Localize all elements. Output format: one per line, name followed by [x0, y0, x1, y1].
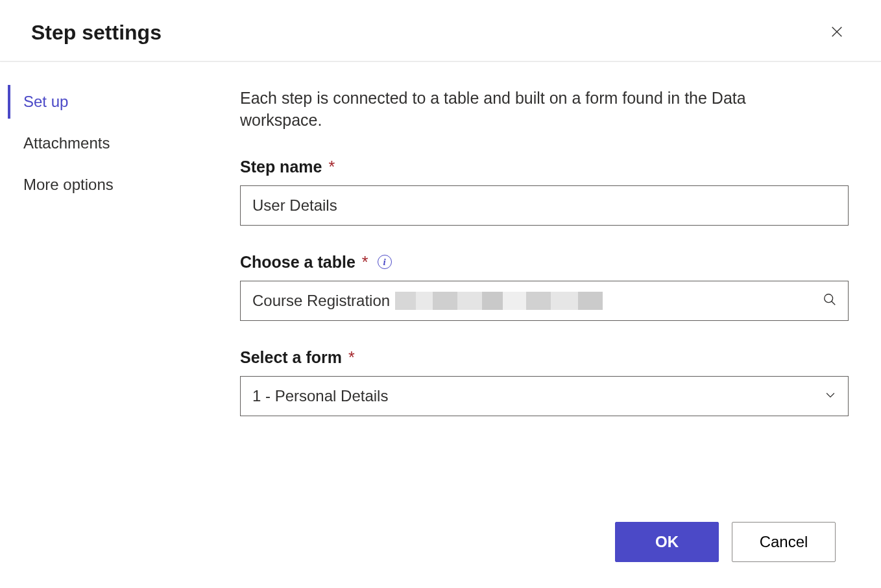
close-button[interactable]: [824, 19, 850, 45]
field-choose-table: Choose a table * i Course Registration: [240, 253, 849, 321]
dialog-footer: OK Cancel: [615, 522, 836, 562]
select-form-dropdown[interactable]: 1 - Personal Details: [240, 376, 849, 416]
sidebar-item-label: More options: [23, 176, 114, 193]
redacted-text: [395, 292, 603, 310]
dialog-header: Step settings: [0, 0, 881, 62]
step-name-input[interactable]: [240, 185, 849, 226]
step-settings-dialog: Step settings Set up Attachments More op…: [0, 0, 881, 588]
sidebar-item-label: Attachments: [23, 134, 110, 152]
sidebar-item-attachments[interactable]: Attachments: [8, 126, 234, 160]
panel-description: Each step is connected to a table and bu…: [240, 88, 824, 132]
cancel-button[interactable]: Cancel: [732, 522, 836, 562]
required-marker: *: [328, 158, 335, 176]
info-icon[interactable]: i: [378, 255, 392, 269]
field-select-form: Select a form * 1 - Personal Details: [240, 348, 849, 416]
select-form-label: Select a form *: [240, 348, 849, 367]
step-name-label: Step name *: [240, 158, 849, 176]
main-panel: Each step is connected to a table and bu…: [234, 62, 881, 588]
choose-table-label: Choose a table * i: [240, 253, 849, 272]
required-marker: *: [348, 348, 355, 367]
dialog-title: Step settings: [31, 21, 162, 45]
choose-table-lookup[interactable]: Course Registration: [240, 281, 849, 321]
required-marker: *: [362, 253, 368, 272]
select-form-value: 1 - Personal Details: [252, 387, 388, 405]
sidebar-nav: Set up Attachments More options: [0, 62, 234, 588]
sidebar-item-setup[interactable]: Set up: [8, 85, 234, 119]
close-icon: [830, 25, 844, 41]
choose-table-value: Course Registration: [252, 292, 390, 310]
sidebar-item-label: Set up: [23, 93, 68, 110]
sidebar-item-more-options[interactable]: More options: [8, 168, 234, 202]
field-step-name: Step name *: [240, 158, 849, 226]
ok-button[interactable]: OK: [615, 522, 719, 562]
dialog-body: Set up Attachments More options Each ste…: [0, 62, 881, 588]
